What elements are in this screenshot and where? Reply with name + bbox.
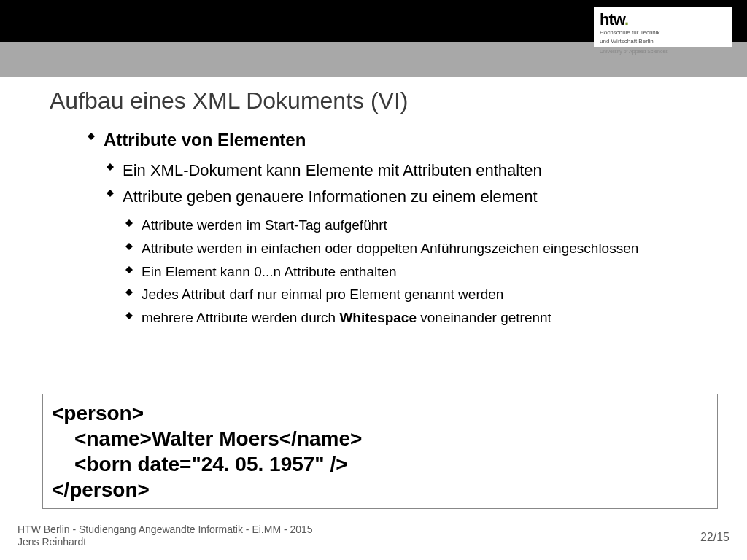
- diamond-icon: [107, 190, 114, 197]
- logo-subtitle-1: Hochschule für Technik: [600, 29, 727, 36]
- diamond-icon: [88, 133, 95, 140]
- diamond-icon: [125, 219, 133, 227]
- diamond-icon: [107, 163, 114, 171]
- page-number: 22/15: [700, 531, 729, 544]
- logo-subtitle-3: University of Applied Sciences: [600, 47, 727, 54]
- svg-marker-4: [125, 243, 133, 250]
- content-area: Attribute von Elementen Ein XML-Dokument…: [88, 130, 718, 332]
- bullet-text-bold: Whitespace: [339, 310, 417, 325]
- svg-marker-0: [88, 133, 95, 140]
- bullet-text: Attribute werden im Start-Tag aufgeführt: [142, 217, 387, 233]
- footer-line1: HTW Berlin - Studiengang Angewandte Info…: [18, 524, 729, 536]
- diamond-icon: [125, 289, 133, 296]
- bullet-level1: Attribute von Elementen: [88, 130, 718, 150]
- bullet-level3: Jedes Attribut darf nur einmal pro Eleme…: [125, 286, 718, 303]
- logo-text: htw.: [600, 12, 727, 28]
- svg-marker-2: [107, 190, 114, 197]
- svg-marker-7: [125, 312, 133, 319]
- bullet-level2: Attribute geben genauere Informationen z…: [107, 187, 718, 207]
- diamond-icon: [125, 243, 133, 250]
- svg-marker-3: [125, 219, 133, 227]
- bullet-level3: Ein Element kann 0...n Attribute enthalt…: [125, 263, 718, 281]
- slide: htw. Hochschule für Technik und Wirtscha…: [0, 0, 747, 560]
- bullet-text-pre: mehrere Attribute werden durch: [142, 310, 339, 325]
- code-line: <name>Walter Moers</name>: [52, 426, 708, 451]
- bullet-level3: mehrere Attribute werden durch Whitespac…: [125, 309, 718, 327]
- bullet-text: Ein Element kann 0...n Attribute enthalt…: [142, 264, 397, 279]
- bullet-text: Attribute geben genauere Informationen z…: [123, 187, 538, 206]
- svg-marker-1: [107, 163, 114, 171]
- svg-marker-5: [125, 266, 133, 273]
- bullet-text: Attribute von Elementen: [104, 130, 306, 149]
- diamond-icon: [125, 266, 133, 273]
- diamond-icon: [125, 312, 133, 319]
- code-line: <born date="24. 05. 1957" />: [52, 451, 708, 477]
- bullet-level3: Attribute werden im Start-Tag aufgeführt: [125, 217, 718, 234]
- bullet-level2: Ein XML-Dokument kann Elemente mit Attri…: [107, 160, 718, 181]
- footer-line2: Jens Reinhardt: [18, 536, 729, 548]
- logo: htw. Hochschule für Technik und Wirtscha…: [594, 7, 732, 47]
- footer-left: HTW Berlin - Studiengang Angewandte Info…: [18, 524, 729, 548]
- bullet-text-post: voneinander getrennt: [417, 310, 551, 325]
- code-example: <person> <name>Walter Moers</name> <born…: [42, 394, 718, 509]
- bullet-text: Jedes Attribut darf nur einmal pro Eleme…: [142, 287, 503, 302]
- svg-marker-6: [125, 289, 133, 296]
- footer: HTW Berlin - Studiengang Angewandte Info…: [18, 524, 729, 547]
- code-line: </person>: [52, 477, 708, 502]
- logo-subtitle-2: und Wirtschaft Berlin: [600, 38, 727, 45]
- bullet-text: Attribute werden in einfachen oder doppe…: [142, 241, 638, 256]
- bullet-level3: Attribute werden in einfachen oder doppe…: [125, 240, 718, 257]
- slide-title: Aufbau eines XML Dokuments (VI): [50, 88, 408, 114]
- bullet-text: Ein XML-Dokument kann Elemente mit Attri…: [123, 161, 542, 179]
- code-line: <person>: [52, 400, 708, 426]
